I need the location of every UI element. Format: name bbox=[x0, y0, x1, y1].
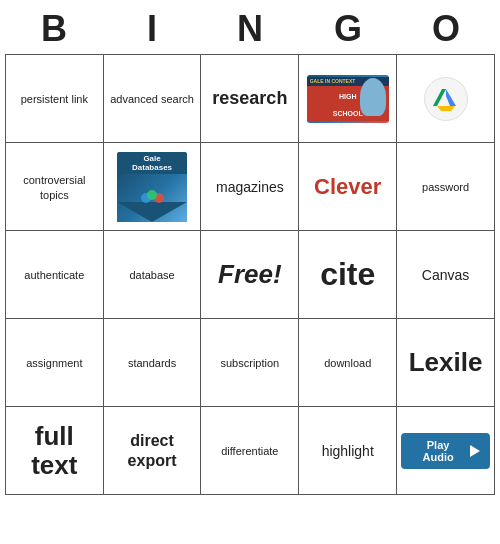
cell-text: highlight bbox=[322, 443, 374, 459]
cell-differentiate: differentiate bbox=[201, 407, 299, 495]
bingo-title: B I N G O bbox=[5, 8, 495, 50]
cell-text: assignment bbox=[26, 357, 82, 369]
cell-canvas: Canvas bbox=[397, 231, 495, 319]
cell-text: Canvas bbox=[422, 267, 469, 283]
cell-gale-context: GALE IN CONTEXT HIGH SCHOOL bbox=[299, 55, 397, 143]
cell-text: controversial topics bbox=[23, 174, 85, 201]
cell-magazines: magazines bbox=[201, 143, 299, 231]
cell-text: subscription bbox=[221, 357, 280, 369]
cell-download: download bbox=[299, 319, 397, 407]
cell-standards: standards bbox=[103, 319, 201, 407]
table-row: authenticate database Free! cite Canvas bbox=[6, 231, 495, 319]
table-row: controversial topics Gale Databases maga bbox=[6, 143, 495, 231]
cell-password: password bbox=[397, 143, 495, 231]
play-audio-label: Play Audio bbox=[411, 439, 465, 463]
cell-text: full text bbox=[31, 421, 77, 480]
svg-marker-2 bbox=[446, 89, 456, 106]
cell-clever: Clever bbox=[299, 143, 397, 231]
play-audio-button[interactable]: Play Audio bbox=[401, 433, 490, 469]
cell-subscription: subscription bbox=[201, 319, 299, 407]
cell-text: Clever bbox=[314, 174, 381, 199]
cell-google-drive bbox=[397, 55, 495, 143]
gale-figure bbox=[360, 78, 386, 116]
letter-n: N bbox=[206, 8, 294, 50]
cell-text: database bbox=[129, 269, 174, 281]
cell-research: research bbox=[201, 55, 299, 143]
table-row: full text direct export differentiate hi… bbox=[6, 407, 495, 495]
cell-advanced-search: advanced search bbox=[103, 55, 201, 143]
letter-b: B bbox=[10, 8, 98, 50]
cell-text: password bbox=[422, 181, 469, 193]
table-row: assignment standards subscription downlo… bbox=[6, 319, 495, 407]
cell-text: advanced search bbox=[110, 93, 194, 105]
svg-marker-1 bbox=[433, 89, 446, 106]
svg-marker-3 bbox=[437, 106, 455, 111]
gale-db-logo-cell: Gale Databases bbox=[108, 152, 197, 222]
cell-lexile: Lexile bbox=[397, 319, 495, 407]
cell-direct-export: direct export bbox=[103, 407, 201, 495]
cell-full-text: full text bbox=[6, 407, 104, 495]
cell-text: cite bbox=[320, 256, 375, 292]
play-icon bbox=[470, 445, 480, 457]
cell-text: authenticate bbox=[24, 269, 84, 281]
cell-text: Free! bbox=[218, 259, 282, 289]
cell-play-audio[interactable]: Play Audio bbox=[397, 407, 495, 495]
cell-controversial-topics: controversial topics bbox=[6, 143, 104, 231]
cell-text: persistent link bbox=[21, 93, 88, 105]
cell-highlight: highlight bbox=[299, 407, 397, 495]
gale-context-image: GALE IN CONTEXT HIGH SCHOOL bbox=[307, 75, 389, 123]
cell-text: standards bbox=[128, 357, 176, 369]
cell-free: Free! bbox=[201, 231, 299, 319]
table-row: persistent link advanced search research… bbox=[6, 55, 495, 143]
google-drive-icon bbox=[424, 77, 468, 121]
letter-i: I bbox=[108, 8, 196, 50]
cell-text: direct export bbox=[128, 432, 177, 468]
letter-g: G bbox=[304, 8, 392, 50]
cell-database: database bbox=[103, 231, 201, 319]
cell-text: Lexile bbox=[409, 347, 483, 377]
gale-db-chevron bbox=[117, 202, 187, 222]
cell-text: differentiate bbox=[221, 445, 278, 457]
cell-cite: cite bbox=[299, 231, 397, 319]
cell-authenticate: authenticate bbox=[6, 231, 104, 319]
letter-o: O bbox=[402, 8, 490, 50]
dot-3 bbox=[147, 190, 157, 200]
cell-gale-db: Gale Databases bbox=[103, 143, 201, 231]
cell-persistent-link: persistent link bbox=[6, 55, 104, 143]
cell-assignment: assignment bbox=[6, 319, 104, 407]
cell-text: research bbox=[212, 88, 287, 108]
gale-db-logo bbox=[117, 174, 187, 222]
gale-db-banner: Gale Databases bbox=[117, 152, 187, 174]
bingo-grid: persistent link advanced search research… bbox=[5, 54, 495, 495]
cell-text: download bbox=[324, 357, 371, 369]
cell-text: magazines bbox=[216, 179, 284, 195]
